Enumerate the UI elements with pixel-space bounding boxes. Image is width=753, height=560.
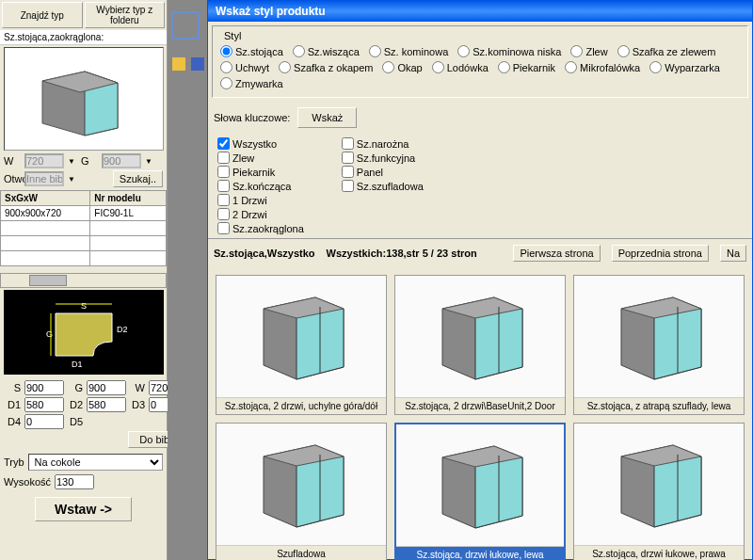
product-card-label: Sz.stojąca, drzwi łukowe, lewa bbox=[396, 547, 564, 560]
keyword-check-Sz.zaokrąglona[interactable]: Sz.zaokrąglona bbox=[217, 222, 304, 234]
dim-cell[interactable]: 900x900x720 bbox=[1, 206, 90, 221]
svg-text:S: S bbox=[81, 301, 87, 311]
product-thumb-icon bbox=[574, 424, 744, 546]
style-radio-4[interactable]: Zlew bbox=[570, 45, 607, 57]
open-icon[interactable] bbox=[171, 56, 186, 72]
d2-input[interactable] bbox=[87, 397, 126, 412]
product-card-0[interactable]: Sz.stojąca, 2 drzwi, uchylne góra/dół bbox=[216, 275, 387, 415]
g2-input[interactable] bbox=[87, 380, 126, 395]
style-radio-9[interactable]: Lodówka bbox=[432, 61, 489, 73]
style-radio-11[interactable]: Mikrofalówka bbox=[565, 61, 640, 73]
product-thumb-icon bbox=[216, 276, 386, 398]
style-radio-12[interactable]: Wyparzarka bbox=[649, 61, 720, 73]
keyword-check-Piekarnik[interactable]: Piekarnik bbox=[217, 166, 304, 178]
g2-label: G bbox=[66, 382, 83, 393]
product-label: Sz.stojąca,zaokrąglona: bbox=[0, 30, 167, 45]
dropdown-icon[interactable]: ▼ bbox=[68, 175, 77, 184]
cabinet-preview-icon bbox=[33, 62, 127, 137]
product-card-label: Sz.stojąca, 2 drzwi, uchylne góra/dół bbox=[216, 398, 386, 414]
keyword-check-Sz.narożna[interactable]: Sz.narożna bbox=[342, 137, 424, 150]
s-label: S bbox=[4, 382, 21, 393]
dropdown-icon[interactable]: ▼ bbox=[68, 157, 77, 166]
dialog-title: Wskaż styl produktu bbox=[208, 1, 752, 22]
otw-label: Otwó bbox=[4, 173, 21, 184]
s-input[interactable] bbox=[24, 380, 64, 395]
tryb-label: Tryb bbox=[4, 456, 24, 468]
wskaz-button[interactable]: Wskaż bbox=[297, 107, 357, 128]
keyword-check-1 Drzwi[interactable]: 1 Drzwi bbox=[217, 194, 304, 206]
result-count: Wszystkich:138,str 5 / 23 stron bbox=[327, 248, 477, 259]
d4-label: D4 bbox=[4, 416, 21, 427]
product-thumb-icon bbox=[395, 276, 565, 398]
h-scrollbar[interactable] bbox=[0, 273, 167, 288]
result-label: Sz.stojąca,Wszystko bbox=[214, 248, 315, 259]
model-cell[interactable]: FIC90-1L bbox=[90, 206, 167, 221]
keyword-check-2 Drzwi[interactable]: 2 Drzwi bbox=[217, 208, 304, 220]
na-button[interactable]: Na bbox=[720, 245, 746, 262]
dimension-diagram: S G D2 D1 bbox=[4, 290, 164, 375]
product-thumb-icon bbox=[396, 424, 564, 547]
keyword-check-Wszystko[interactable]: Wszystko bbox=[217, 137, 304, 150]
style-radio-13[interactable]: Zmywarka bbox=[220, 77, 283, 89]
svg-text:G: G bbox=[46, 329, 53, 339]
style-radio-8[interactable]: Okap bbox=[382, 61, 422, 73]
w-label: W bbox=[4, 155, 21, 167]
d4-input[interactable] bbox=[24, 414, 64, 429]
g-label: G bbox=[81, 155, 98, 167]
viewport-3d[interactable]: Wskaż styl produktu Styl Sz.stojąca Sz.w… bbox=[168, 0, 753, 560]
otw-input bbox=[24, 171, 64, 186]
product-card-1[interactable]: Sz.stojąca, 2 drzwi\BaseUnit,2 Door bbox=[394, 275, 566, 415]
find-type-button[interactable]: Znajdź typ bbox=[2, 2, 83, 28]
style-radio-0[interactable]: Sz.stojąca bbox=[220, 45, 283, 57]
product-thumb-icon bbox=[216, 424, 386, 546]
product-card-label: Sz.stojąca, 2 drzwi\BaseUnit,2 Door bbox=[395, 398, 565, 414]
product-card-2[interactable]: Sz.stojąca, z atrapą szuflady, lewa bbox=[573, 275, 745, 415]
d1-input[interactable] bbox=[24, 397, 64, 412]
style-fieldset: Styl Sz.stojąca Sz.wisząca Sz. kominowa … bbox=[212, 25, 748, 98]
style-radio-1[interactable]: Sz.wisząca bbox=[293, 45, 360, 57]
col-model[interactable]: Nr modelu bbox=[90, 191, 167, 206]
product-card-label: Sz.stojąca, z atrapą szuflady, lewa bbox=[574, 398, 744, 414]
product-card-5[interactable]: Sz.stojąca, drzwi łukowe, prawa bbox=[573, 423, 745, 560]
keyword-check-Sz.funkcyjna[interactable]: Sz.funkcyjna bbox=[342, 152, 424, 164]
d5-label: D5 bbox=[66, 416, 83, 427]
product-card-4[interactable]: Sz.stojąca, drzwi łukowe, lewa bbox=[394, 423, 566, 560]
style-radio-6[interactable]: Uchwyt bbox=[220, 61, 269, 73]
wysokosc-label: Wysokość bbox=[4, 476, 51, 488]
left-panel: Znajdź typ Wybierz typ z folderu Sz.stoj… bbox=[0, 0, 168, 560]
save-icon[interactable] bbox=[190, 56, 205, 72]
w2-label: W bbox=[128, 382, 145, 393]
tryb-select[interactable]: Na cokole bbox=[28, 454, 163, 471]
product-card-label: Sz.stojąca, drzwi łukowe, prawa bbox=[574, 546, 744, 560]
prev-page-button[interactable]: Poprzednia strona bbox=[612, 245, 709, 262]
style-legend: Styl bbox=[220, 30, 245, 41]
style-radio-10[interactable]: Piekarnik bbox=[498, 61, 555, 73]
wysokosc-input[interactable] bbox=[55, 474, 94, 489]
preview-3d bbox=[4, 47, 164, 151]
keyword-check-Zlew[interactable]: Zlew bbox=[217, 152, 304, 164]
product-card-label: Szufladowa bbox=[216, 546, 386, 560]
dropdown-icon[interactable]: ▼ bbox=[145, 157, 154, 166]
d3-label: D3 bbox=[128, 399, 145, 410]
product-thumb-icon bbox=[574, 276, 744, 398]
style-radio-7[interactable]: Szafka z okapem bbox=[279, 61, 373, 73]
first-page-button[interactable]: Pierwsza strona bbox=[513, 245, 600, 262]
d1-label: D1 bbox=[4, 399, 21, 410]
svg-text:D1: D1 bbox=[72, 360, 83, 369]
keyword-check-Panel[interactable]: Panel bbox=[342, 166, 424, 178]
g-input bbox=[102, 153, 141, 168]
style-radio-5[interactable]: Szafka ze zlewem bbox=[617, 45, 716, 57]
d2-label: D2 bbox=[66, 399, 83, 410]
model-table: SxGxWNr modelu 900x900x720FIC90-1L bbox=[0, 188, 167, 273]
insert-button[interactable]: Wstaw -> bbox=[35, 497, 132, 521]
style-radio-2[interactable]: Sz. kominowa bbox=[369, 45, 448, 57]
keyword-check-Sz.kończąca[interactable]: Sz.kończąca bbox=[217, 180, 304, 192]
style-dialog: Wskaż styl produktu Styl Sz.stojąca Sz.w… bbox=[207, 0, 753, 560]
keyword-check-Sz.szufladowa[interactable]: Sz.szufladowa bbox=[342, 180, 424, 192]
style-radio-3[interactable]: Sz.kominowa niska bbox=[457, 45, 561, 57]
col-sxgxw[interactable]: SxGxW bbox=[1, 191, 90, 206]
svg-text:D2: D2 bbox=[117, 325, 128, 334]
search-button[interactable]: Szukaj.. bbox=[113, 170, 163, 187]
product-card-3[interactable]: Szufladowa bbox=[216, 423, 387, 560]
choose-folder-button[interactable]: Wybierz typ z folderu bbox=[85, 2, 166, 28]
